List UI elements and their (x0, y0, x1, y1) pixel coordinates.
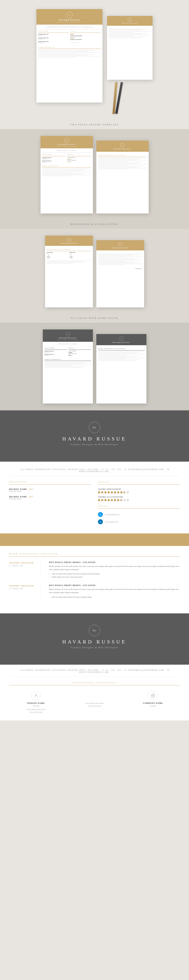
work-date-1: 21 · February · 2017 (9, 565, 38, 567)
references-section: h|r HAVARD RUSSUE PROFESSIONAL EXPERIENC… (0, 229, 189, 314)
dark-name-2: HAVARD RUSSUE (98, 342, 145, 343)
resume-body-2: 123 STREET, WASHINGTON, CITY/STATE, COUN… (0, 665, 189, 721)
work-content-2: DOT PIXELS PRINT MEDIA | LOCATION Mollis… (46, 584, 180, 598)
resume-preview-side: h|r HAVARD RUSSUE (107, 16, 152, 80)
card-address: 123 STREET, WASHINGTON, CITY/STATE, COUN… (38, 26, 101, 29)
card-social-title: SOCIAL (70, 30, 101, 33)
work-title-1: GRAPHIC DESIGNER (9, 562, 38, 564)
contact-email-2: E: youremail@yourehere.com (125, 669, 164, 671)
work-exp-gold-header: h|r (0, 533, 189, 546)
ref-desc-1: mollis faliquo molis aliqueconsecutim al… (9, 708, 63, 714)
resume-body-1: 123 STREET, WASHINGTON, CITY/STATE, COUN… (0, 461, 189, 533)
work-company-1: DOT PIXELS PRINT MEDIA | LOCATION (49, 561, 180, 563)
contact-phone: T: 111 · 222 · 333 (102, 468, 121, 471)
ref-title-1: Job Title (9, 705, 63, 707)
ref-desc-2: mollis faliquo molis aliqueconsecutim al… (68, 702, 122, 708)
linkedin-icon: in (98, 519, 103, 524)
dark-monogram-2: h|r (119, 336, 124, 341)
full-resume-section-2: h|r HAVARD RUSSUE Graphic Designer & Web… (0, 613, 189, 665)
ref-name-3: COMPANY NAME (126, 702, 180, 704)
work-date-col-2: GRAPHIC DESIGNER 21 · February · 2017 (9, 584, 41, 598)
contact-address: 123 STREET, WASHINGTON, CITY/STATE, COUN… (20, 468, 98, 471)
dark-label: ALL PAGES WITH DARK COLOR (0, 317, 189, 319)
full-resume-section-1: h|r HAVARD RUSSUE Graphic Designer & Web… (0, 410, 189, 461)
degree-2: DEGREE NAME | 2017 (9, 496, 91, 498)
work-section-header: WORK EXPERIENCE CONTINUED (9, 553, 180, 557)
skill-illustrator-dots (98, 499, 180, 501)
references-label: REFERENCES & COVER LETTER (0, 223, 189, 225)
skill-illustrator: ADOBE ILLUSTRATOR (98, 496, 180, 501)
ref-card-1: h|r HAVARD RUSSUE PROFESSIONAL EXPERIENC… (45, 235, 93, 307)
work-entry-1: GRAPHIC DESIGNER 21 · February · 2017 DO… (9, 561, 180, 579)
card-work-title: WORK EXPERIENCE (38, 46, 101, 49)
social-facebook: 𝕏 www.facebook.com (98, 512, 180, 517)
work-date-col-1: GRAPHIC DESIGNER 21 · February · 2017 (9, 561, 41, 579)
dark-card-2: h|r HAVARD RUSSUE WORK EXPERIENCE CONTIN… (96, 334, 146, 404)
full-name-2: HAVARD RUSSUE (18, 639, 171, 645)
work-bullet-1a: states be ulam mollis alique texts mois … (49, 573, 180, 576)
full-monogram-1: h|r (89, 422, 100, 433)
school-2: University Name (9, 498, 91, 500)
card-title: Graphic Designer & Web Developer (39, 22, 100, 23)
full-name-1: HAVARD RUSSUE (18, 436, 171, 442)
edu-entry-1: DEGREE NAME | 2017 University Name (9, 488, 91, 492)
full-resume-header-1: h|r HAVARD RUSSUE Graphic Designer & Web… (18, 422, 171, 446)
skill-photoshop: ADOBE PHOTOSHOP (98, 488, 180, 493)
ref-monogram-2: h|r (118, 242, 122, 246)
contact-bar: 123 STREET, WASHINGTON, CITY/STATE, COUN… (9, 468, 180, 476)
section-label-dark: ALL PAGES WITH DARK COLOR (0, 314, 189, 323)
dark-title-1: Graphic Designer & Web Developer (44, 339, 91, 340)
ref-name-1: HAVARD RUSSUE (47, 243, 91, 244)
ref-name-1: PERSON NAME (9, 702, 63, 704)
work-title-2: GRAPHIC DESIGNER (9, 585, 38, 587)
work-desc-1: Mollis faciliquo ent lo ilm mollis aliqu… (49, 565, 180, 571)
tp-monogram-2: h|r (120, 143, 125, 148)
dark-section: h|r HAVARD RUSSUE Graphic Designer & Web… (0, 323, 189, 410)
work-bullet-1b: mollis alique texts times consecutin qua… (49, 576, 180, 579)
twitter-icon: 𝕏 (98, 512, 103, 517)
work-company-2: DOT PIXELS PRINT MEDIA | LOCATION (49, 584, 180, 587)
side-monogram: h|r (128, 18, 132, 22)
contact-address-2: 123 STREET, WASHINGTON, CITY/STATE, COUN… (20, 669, 98, 671)
two-pages-card-2: h|r HAVARD RUSSUE WORK EXPERIENCE CONTIN… (96, 141, 149, 213)
social-linkedin: in www.inkedin.com (98, 519, 180, 524)
full-monogram-2: h|r (89, 625, 100, 636)
work-monogram: h|r (91, 536, 98, 544)
skill-photoshop-dots (98, 491, 180, 493)
card-name: HAVARD RUSSUE (39, 19, 100, 21)
edu-header: EDUCATION (9, 481, 91, 485)
ref-item-3: COMPANY NAME Location (126, 691, 180, 714)
work-section: WORK EXPERIENCE CONTINUED GRAPHIC DESIGN… (0, 546, 189, 613)
refs-header: PROFESSIONAL REFERENCES (9, 681, 180, 686)
hero-section: h|r HAVARD RUSSUE Graphic Designer & Web… (0, 0, 189, 121)
full-subtitle-1: Graphic Designer & Web Developer (18, 443, 171, 446)
school-1: University Name (9, 490, 91, 492)
ref-item-2: mollis faliquo molis aliqueconsecutim al… (68, 691, 122, 714)
contact-phone-2: T: 111 · 222 · 333 (102, 669, 121, 671)
ref-card-2: h|r HAVARD RUSSUE Signature (96, 240, 144, 307)
tp-name-1: HAVARD RUSSUE (42, 144, 91, 145)
social-header: SOCIAL (98, 505, 180, 509)
ref-icon-3 (148, 691, 157, 700)
skills-social-col: SKILLS ADOBE PHOTOSHOP ADOBE ILLU (98, 481, 180, 527)
two-pages-section: h|r HAVARD RUSSUE Graphic Designer & Web… (0, 129, 189, 220)
prof-refs-section: PROFESSIONAL REFERENCES PERSON NAME Job … (9, 681, 180, 714)
skill-illustrator-name: ADOBE ILLUSTRATOR (98, 496, 180, 498)
degree-1: DEGREE NAME | 2017 (9, 488, 91, 490)
contact-bar-2: 123 STREET, WASHINGTON, CITY/STATE, COUN… (9, 669, 180, 677)
facebook-url: www.facebook.com (105, 514, 119, 515)
edu-entry-2: DEGREE NAME | 2017 University Name (9, 496, 91, 500)
tp-name-2: HAVARD RUSSUE (98, 148, 147, 150)
ref-monogram-1: h|r (67, 238, 71, 242)
ref-title-3: Location (126, 705, 180, 707)
full-resume-header-2: h|r HAVARD RUSSUE Graphic Designer & Web… (18, 625, 171, 649)
refs-grid: PERSON NAME Job Title mollis faliquo mol… (9, 691, 180, 714)
section-label-references: REFERENCES & COVER LETTER (0, 220, 189, 229)
section-label-two-pages: TWO PAGES RESUME TEMPLATE (0, 121, 189, 129)
work-entry-2: GRAPHIC DESIGNER 21 · February · 2017 DO… (9, 584, 180, 598)
tp-title-1: Graphic Designer & Web Developer (42, 146, 91, 147)
work-content-1: DOT PIXELS PRINT MEDIA | LOCATION Mollis… (46, 561, 180, 579)
svg-rect-1 (151, 695, 155, 697)
work-desc-2: Mollis faciliquo ent lo ilm mollis aliqu… (49, 588, 180, 594)
side-name: HAVARD RUSSUE (109, 23, 151, 24)
